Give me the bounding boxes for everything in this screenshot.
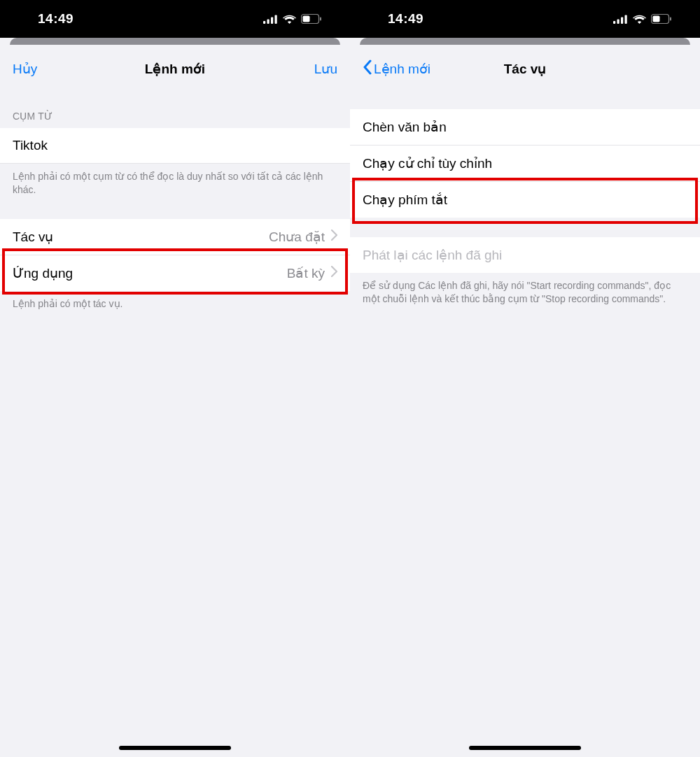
- back-button[interactable]: Lệnh mới: [363, 59, 430, 78]
- status-time: 14:49: [38, 11, 74, 27]
- svg-rect-8: [617, 19, 620, 24]
- nav-title: Tác vụ: [504, 61, 547, 77]
- modal-back-layer: [360, 38, 690, 45]
- battery-icon: [301, 14, 322, 24]
- signal-icon: [613, 15, 628, 24]
- chevron-left-icon: [363, 59, 372, 78]
- nav-bar: Lệnh mới Tác vụ: [350, 45, 700, 92]
- status-icons: [263, 14, 322, 24]
- action-insert-text-row[interactable]: Chèn văn bản: [350, 109, 700, 146]
- svg-rect-2: [271, 17, 273, 24]
- phrase-footer: Lệnh phải có một cụm từ có thể đọc là du…: [0, 164, 350, 197]
- svg-rect-9: [621, 17, 623, 24]
- battery-icon: [651, 14, 672, 24]
- modal-content: Lệnh mới Tác vụ Chèn văn bản Chạy cử chỉ…: [350, 45, 700, 757]
- cancel-button[interactable]: Hủy: [13, 61, 37, 77]
- action-shortcut-row[interactable]: Chạy phím tắt: [350, 182, 700, 218]
- wifi-icon: [283, 15, 296, 24]
- svg-rect-3: [275, 15, 277, 24]
- home-indicator[interactable]: [119, 746, 231, 750]
- svg-rect-12: [653, 16, 660, 22]
- phrase-input-row[interactable]: Tiktok: [0, 128, 350, 164]
- svg-rect-13: [670, 17, 671, 21]
- chevron-right-icon: [331, 265, 337, 281]
- action-shortcut-label: Chạy phím tắt: [363, 192, 687, 208]
- svg-rect-7: [613, 21, 615, 24]
- status-time: 14:49: [388, 11, 424, 27]
- phone-right: 14:49 Lệnh mới Tác vụ: [350, 0, 700, 757]
- wifi-icon: [633, 15, 646, 24]
- svg-rect-0: [263, 21, 265, 24]
- action-custom-gesture-label: Chạy cử chỉ tùy chỉnh: [363, 155, 687, 171]
- action-label: Tác vụ: [13, 229, 269, 245]
- section-header-phrase: CỤM TỪ: [0, 92, 350, 128]
- svg-rect-6: [320, 17, 321, 21]
- action-value: Chưa đặt: [269, 229, 337, 245]
- svg-rect-5: [303, 16, 310, 22]
- phone-left: 14:49 Hủy Lệnh mới Lưu CỤM TỪ Tiktok Lện…: [0, 0, 350, 757]
- save-button[interactable]: Lưu: [314, 61, 337, 77]
- modal-content: Hủy Lệnh mới Lưu CỤM TỪ Tiktok Lệnh phải…: [0, 45, 350, 757]
- home-indicator[interactable]: [469, 746, 581, 750]
- back-label: Lệnh mới: [374, 61, 430, 77]
- status-bar: 14:49: [350, 0, 700, 38]
- svg-rect-10: [625, 15, 627, 24]
- nav-title: Lệnh mới: [145, 61, 205, 77]
- action-row[interactable]: Tác vụ Chưa đặt: [0, 219, 350, 255]
- status-icons: [613, 14, 672, 24]
- action-insert-text-label: Chèn văn bản: [363, 119, 687, 135]
- app-row[interactable]: Ứng dụng Bất kỳ: [0, 255, 350, 291]
- status-bar: 14:49: [0, 0, 350, 38]
- phrase-value: Tiktok: [13, 138, 337, 153]
- modal-back-layer: [10, 38, 340, 45]
- nav-bar: Hủy Lệnh mới Lưu: [0, 45, 350, 92]
- action-footer: Lệnh phải có một tác vụ.: [0, 291, 350, 311]
- replay-footer: Để sử dụng Các lệnh đã ghi, hãy nói "Sta…: [350, 273, 700, 306]
- action-replay-row[interactable]: Phát lại các lệnh đã ghi: [350, 237, 700, 273]
- action-replay-label: Phát lại các lệnh đã ghi: [363, 247, 687, 263]
- app-label: Ứng dụng: [13, 265, 287, 281]
- app-value: Bất kỳ: [287, 265, 337, 281]
- signal-icon: [263, 15, 278, 24]
- svg-rect-1: [267, 19, 270, 24]
- chevron-right-icon: [331, 229, 337, 244]
- action-custom-gesture-row[interactable]: Chạy cử chỉ tùy chỉnh: [350, 146, 700, 182]
